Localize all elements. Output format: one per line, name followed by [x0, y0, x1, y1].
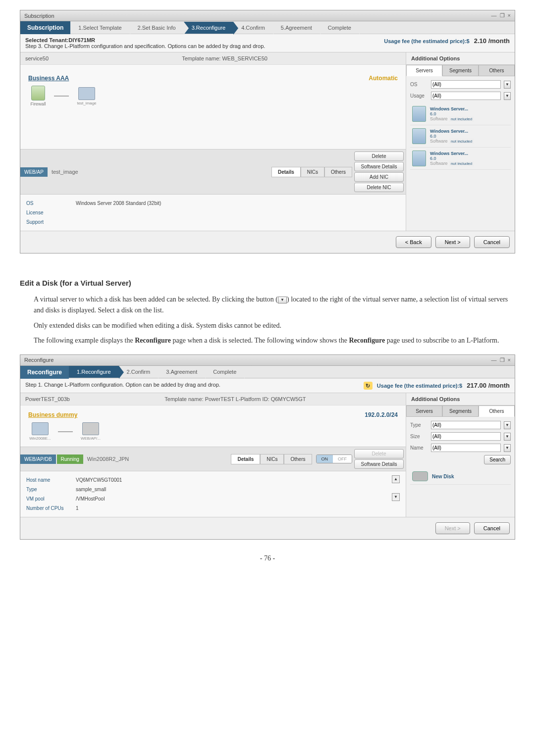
scroll-up-icon[interactable]: ▲	[392, 475, 400, 483]
delete-button[interactable]: Delete	[354, 151, 404, 161]
usage-filter-input[interactable]	[431, 92, 501, 100]
window-controls: — ❐ ×	[491, 357, 511, 363]
scroll-down-icon[interactable]: ▼	[392, 493, 400, 501]
os-filter-input[interactable]	[431, 80, 501, 89]
step-description: Step 1. Change L-Platform configuration.…	[25, 382, 220, 388]
main-tab[interactable]: Subscription	[20, 21, 70, 34]
tab-others[interactable]: Others	[324, 167, 352, 177]
reconfigure-screenshot: Reconfigure — ❐ × Reconfigure 1.Reconfig…	[20, 354, 515, 540]
server-thumb-icon	[412, 151, 426, 166]
license-label: License	[26, 210, 76, 215]
type-filter-input[interactable]	[431, 421, 501, 429]
vmpool-label: VM pool	[26, 496, 76, 502]
delete-nic-button[interactable]: Delete NIC	[354, 183, 404, 192]
tab-others[interactable]: Others	[479, 65, 515, 76]
maximize-icon[interactable]: ❐	[500, 357, 505, 363]
step-description: Step 3. Change L-Platform configuration …	[25, 43, 265, 49]
paragraph-1: A virtual server to which a disk has bee…	[34, 294, 515, 316]
refresh-icon[interactable]: ↻	[364, 382, 373, 390]
service-name: PowerTEST_003b	[25, 396, 70, 402]
minimize-icon[interactable]: —	[491, 357, 497, 363]
disk-thumb-icon	[412, 471, 428, 481]
server-node[interactable]: WEB/AP/...	[79, 422, 103, 441]
usage-fee-price: 217.00 /month	[467, 382, 510, 389]
minimize-icon[interactable]: —	[491, 12, 497, 19]
cpu-value: 1	[76, 505, 79, 511]
detail-panel: WEB/AP test_image Details NICs Others De…	[20, 149, 406, 231]
search-button[interactable]: Search	[484, 455, 511, 464]
tab-details[interactable]: Details	[271, 167, 301, 177]
server-thumb-icon	[412, 106, 426, 122]
close-icon[interactable]: ×	[508, 12, 511, 19]
chevron-down-icon[interactable]: ▼	[504, 433, 511, 441]
firewall-node[interactable]: Firewall	[28, 86, 48, 106]
window-title: Subscription	[24, 13, 54, 19]
server-icon	[78, 87, 95, 100]
business-label[interactable]: Business AAA	[28, 75, 398, 82]
connection-line	[58, 431, 73, 432]
type-value: sample_small	[76, 487, 106, 492]
disk-card[interactable]: New Disk	[410, 468, 511, 485]
os-filter-label: OS	[410, 82, 428, 87]
detail-badge: WEB/AP/DB	[20, 454, 56, 464]
size-filter-input[interactable]	[431, 432, 501, 441]
disk-icon	[82, 422, 99, 435]
step-5: 5.Agreement	[273, 22, 320, 34]
chevron-down-icon[interactable]: ▼	[504, 92, 511, 100]
window-titlebar: Reconfigure — ❐ ×	[20, 355, 515, 366]
tab-servers[interactable]: Servers	[406, 405, 442, 417]
detail-title: Win2008R2_JPN	[83, 454, 133, 464]
software-details-button[interactable]: Software Details	[354, 459, 404, 469]
tab-segments[interactable]: Segments	[442, 65, 479, 76]
delete-button[interactable]: Delete	[354, 449, 404, 458]
detail-badge: WEB/AP	[20, 167, 48, 177]
document-text: Edit a Disk (for a Virtual Server) A vir…	[20, 263, 515, 354]
back-button[interactable]: < Back	[396, 236, 431, 248]
close-icon[interactable]: ×	[508, 357, 511, 363]
server-card[interactable]: Windows Server... 6.0 Software not inclu…	[410, 125, 511, 148]
chevron-down-icon[interactable]: ▼	[504, 444, 511, 452]
host-label: Host name	[26, 477, 76, 483]
software-details-button[interactable]: Software Details	[354, 162, 404, 171]
server-node[interactable]: test_image	[75, 87, 99, 105]
usage-fee-label: Usage fee (the estimated price):$	[377, 383, 462, 389]
tab-segments[interactable]: Segments	[442, 405, 479, 417]
server-card[interactable]: Windows Server... 6.0 Software not inclu…	[410, 148, 511, 170]
main-tab[interactable]: Reconfigure	[20, 366, 69, 379]
chevron-down-icon[interactable]: ▼	[504, 421, 511, 429]
maximize-icon[interactable]: ❐	[500, 12, 505, 19]
vmpool-value: /VMHostPool	[76, 496, 105, 502]
service-name: service50	[25, 55, 49, 61]
name-filter-input[interactable]	[431, 444, 501, 452]
add-nic-button[interactable]: Add NIC	[354, 172, 404, 182]
segment-label: 192.0.2.0/24	[365, 411, 398, 418]
host-value: VQ6MYCW5GT0001	[76, 477, 122, 483]
sidebar-title: Additional Options	[406, 393, 515, 405]
tab-nics[interactable]: NICs	[260, 454, 284, 464]
breadcrumb: 1.Select Template 2.Set Basic Info 3.Rec…	[70, 22, 515, 34]
auto-label: Automatic	[369, 75, 398, 82]
next-button[interactable]: Next >	[435, 522, 470, 534]
tab-nics[interactable]: NICs	[301, 167, 324, 177]
breadcrumb: 1.Reconfigure 2.Confirm 3.Agreement Comp…	[69, 366, 515, 378]
window-controls: — ❐ ×	[491, 12, 511, 19]
paragraph-3: The following example displays the Recon…	[34, 335, 515, 346]
on-off-toggle[interactable]: ON OFF	[316, 454, 353, 463]
usage-fee-label: Usage fee (the estimated price):$	[384, 38, 469, 44]
server-icon	[32, 422, 49, 435]
server-card[interactable]: Windows Server... 6.0 Software not inclu…	[410, 103, 511, 125]
page-number: - 76 -	[20, 554, 515, 562]
cancel-button[interactable]: Cancel	[474, 522, 510, 534]
options-sidebar: Additional Options Servers Segments Othe…	[406, 393, 515, 517]
tenant-label: Selected Tenant:	[25, 37, 68, 43]
chevron-down-icon[interactable]: ▼	[504, 81, 511, 89]
business-label[interactable]: Business dummy	[28, 411, 398, 418]
tab-others[interactable]: Others	[479, 405, 515, 417]
tab-others[interactable]: Others	[284, 454, 312, 464]
tab-details[interactable]: Details	[231, 454, 260, 464]
server-node[interactable]: Win2008E...	[28, 422, 52, 441]
cancel-button[interactable]: Cancel	[474, 236, 510, 248]
tab-servers[interactable]: Servers	[406, 65, 442, 76]
next-button[interactable]: Next >	[435, 236, 470, 248]
step-1: 1.Select Template	[70, 22, 129, 34]
